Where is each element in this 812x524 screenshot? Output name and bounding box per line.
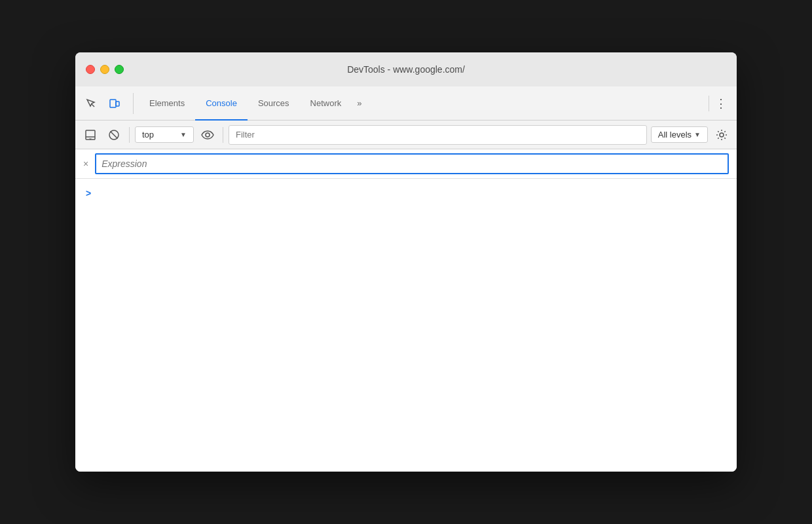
- clear-icon[interactable]: [104, 125, 124, 145]
- svg-rect-3: [86, 130, 95, 140]
- console-prompt-row[interactable]: >: [75, 184, 737, 202]
- toolbar-icons: [81, 93, 134, 114]
- divider: [709, 96, 709, 111]
- minimize-button[interactable]: [100, 65, 109, 74]
- tab-console[interactable]: Console: [195, 86, 248, 121]
- svg-point-9: [720, 133, 724, 137]
- levels-selector[interactable]: All levels ▼: [651, 126, 708, 143]
- tab-network[interactable]: Network: [300, 86, 352, 121]
- close-button[interactable]: [86, 65, 95, 74]
- console-output[interactable]: >: [75, 179, 737, 472]
- tab-bar: Elements Console Sources Network » ⋮: [75, 86, 737, 121]
- svg-rect-2: [116, 102, 119, 106]
- tabs: Elements Console Sources Network »: [139, 86, 707, 121]
- toolbar-divider-1: [129, 127, 130, 143]
- settings-icon[interactable]: [712, 125, 731, 145]
- expression-close-button[interactable]: ×: [83, 159, 88, 169]
- svg-line-7: [111, 131, 118, 138]
- filter-wrap: [229, 125, 647, 145]
- maximize-button[interactable]: [115, 65, 124, 74]
- window-title: DevTools - www.google.com/: [347, 64, 465, 75]
- expression-input[interactable]: [95, 153, 729, 174]
- tab-elements[interactable]: Elements: [139, 86, 195, 121]
- context-value: top: [142, 130, 154, 140]
- toolbar-divider-2: [223, 127, 223, 143]
- filter-input[interactable]: [229, 125, 647, 145]
- device-toggle-icon[interactable]: [104, 93, 125, 114]
- watch-expressions-icon[interactable]: [198, 125, 217, 145]
- svg-point-8: [206, 133, 210, 137]
- context-arrow-icon: ▼: [180, 131, 187, 138]
- traffic-lights: [86, 65, 124, 74]
- context-selector[interactable]: top ▼: [135, 126, 194, 143]
- levels-arrow-icon: ▼: [694, 131, 701, 138]
- title-bar: DevTools - www.google.com/: [75, 52, 737, 86]
- tab-menu-button[interactable]: ⋮: [710, 93, 731, 114]
- svg-rect-1: [110, 100, 116, 107]
- console-prompt-icon: >: [86, 188, 91, 198]
- console-toolbar: top ▼ All levels ▼: [75, 121, 737, 149]
- levels-label: All levels: [658, 130, 692, 140]
- devtools-window: DevTools - www.google.com/ Elements: [75, 52, 737, 472]
- tab-sources[interactable]: Sources: [248, 86, 300, 121]
- show-drawer-icon[interactable]: [81, 125, 100, 145]
- tab-more-button[interactable]: »: [352, 98, 367, 108]
- inspect-icon[interactable]: [81, 93, 101, 114]
- expression-row: ×: [75, 149, 737, 179]
- svg-line-0: [92, 104, 94, 107]
